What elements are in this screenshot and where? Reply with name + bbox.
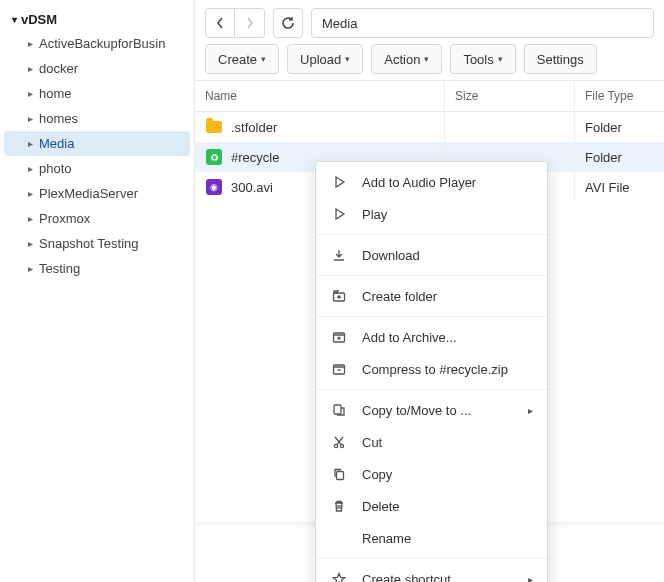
cell-name: .stfolder: [195, 112, 444, 142]
table-row[interactable]: .stfolderFolder: [195, 112, 664, 142]
blank-icon: [330, 529, 348, 547]
sidebar-item[interactable]: ▸PlexMediaServer: [4, 181, 190, 206]
sidebar-item[interactable]: ▸photo: [4, 156, 190, 181]
sidebar-item[interactable]: ▸docker: [4, 56, 190, 81]
sidebar-item[interactable]: ▸Proxmox: [4, 206, 190, 231]
menu-item[interactable]: Copy to/Move to ...▸: [316, 394, 547, 426]
sidebar-item[interactable]: ▸Media: [4, 131, 190, 156]
sidebar-item-label: Testing: [39, 261, 80, 276]
caret-down-icon: ▾: [424, 54, 429, 64]
create-button-label: Create: [218, 52, 257, 67]
menu-item[interactable]: Create folder: [316, 280, 547, 312]
sidebar-item-label: photo: [39, 161, 72, 176]
archive-icon: [330, 360, 348, 378]
expand-icon: ▸: [28, 88, 33, 99]
delete-icon: [330, 497, 348, 515]
menu-item[interactable]: Download: [316, 239, 547, 271]
col-header-size[interactable]: Size: [444, 81, 574, 111]
download-icon: [330, 246, 348, 264]
expand-icon: ▸: [28, 213, 33, 224]
sidebar: ▾ vDSM ▸ActiveBackupforBusin▸docker▸home…: [0, 0, 195, 582]
menu-item[interactable]: Add to Audio Player: [316, 166, 547, 198]
expand-icon: ▸: [28, 163, 33, 174]
svg-rect-3: [334, 405, 341, 414]
copy-move-icon: [330, 401, 348, 419]
menu-item[interactable]: Play: [316, 198, 547, 230]
menu-item-label: Cut: [362, 435, 382, 450]
nav-back-button[interactable]: [205, 8, 235, 38]
menu-item-label: Copy: [362, 467, 392, 482]
menu-item[interactable]: Delete: [316, 490, 547, 522]
menu-separator: [316, 558, 547, 559]
tools-button[interactable]: Tools ▾: [450, 44, 515, 74]
settings-button[interactable]: Settings: [524, 44, 597, 74]
star-icon: [330, 570, 348, 582]
archive-add-icon: [330, 328, 348, 346]
menu-item[interactable]: Rename: [316, 522, 547, 554]
cell-type: Folder: [574, 112, 664, 142]
menu-separator: [316, 275, 547, 276]
cell-type: AVI File: [574, 172, 664, 202]
sidebar-item-label: docker: [39, 61, 78, 76]
menu-item-label: Add to Audio Player: [362, 175, 476, 190]
action-button-label: Action: [384, 52, 420, 67]
menu-separator: [316, 389, 547, 390]
menu-item[interactable]: Create shortcut▸: [316, 563, 547, 582]
recycle-icon: ♻: [205, 148, 223, 166]
sidebar-item-label: PlexMediaServer: [39, 186, 138, 201]
expand-icon: ▸: [28, 63, 33, 74]
menu-item-label: Download: [362, 248, 420, 263]
expand-icon: ▸: [28, 238, 33, 249]
submenu-arrow-icon: ▸: [528, 405, 533, 416]
cut-icon: [330, 433, 348, 451]
sidebar-item[interactable]: ▸Testing: [4, 256, 190, 281]
cell-type: Folder: [574, 142, 664, 172]
chevron-right-icon: [245, 17, 254, 29]
file-name-label: #recycle: [231, 150, 279, 165]
sidebar-item[interactable]: ▸Snapshot Testing: [4, 231, 190, 256]
copy-icon: [330, 465, 348, 483]
caret-down-icon: ▾: [261, 54, 266, 64]
tools-button-label: Tools: [463, 52, 493, 67]
action-button[interactable]: Action ▾: [371, 44, 442, 74]
menu-item[interactable]: Add to Archive...: [316, 321, 547, 353]
nav-forward-button[interactable]: [235, 8, 265, 38]
sidebar-item[interactable]: ▸homes: [4, 106, 190, 131]
menu-separator: [316, 316, 547, 317]
sidebar-item[interactable]: ▸ActiveBackupforBusin: [4, 31, 190, 56]
upload-button-label: Upload: [300, 52, 341, 67]
create-button[interactable]: Create ▾: [205, 44, 279, 74]
path-input[interactable]: [311, 8, 654, 38]
tree-root-node[interactable]: ▾ vDSM: [4, 8, 190, 31]
sidebar-item-label: ActiveBackupforBusin: [39, 36, 165, 51]
menu-item-label: Copy to/Move to ...: [362, 403, 471, 418]
sidebar-item-label: home: [39, 86, 72, 101]
menu-item[interactable]: Copy: [316, 458, 547, 490]
expand-icon: ▸: [28, 138, 33, 149]
caret-down-icon: ▾: [498, 54, 503, 64]
sidebar-item-label: Media: [39, 136, 74, 151]
folder-icon: [205, 118, 223, 136]
caret-down-icon: ▾: [345, 54, 350, 64]
table-header-row: Name Size File Type: [195, 80, 664, 112]
submenu-arrow-icon: ▸: [528, 574, 533, 583]
chevron-left-icon: [216, 17, 225, 29]
expand-icon: ▸: [28, 188, 33, 199]
menu-item-label: Create folder: [362, 289, 437, 304]
upload-button[interactable]: Upload ▾: [287, 44, 363, 74]
expand-icon: ▸: [28, 263, 33, 274]
file-name-label: 300.avi: [231, 180, 273, 195]
refresh-button[interactable]: [273, 8, 303, 38]
sidebar-item[interactable]: ▸home: [4, 81, 190, 106]
col-header-type[interactable]: File Type: [574, 81, 664, 111]
create-folder-icon: [330, 287, 348, 305]
col-header-name[interactable]: Name: [195, 81, 444, 111]
menu-item[interactable]: Compress to #recycle.zip: [316, 353, 547, 385]
menu-item-label: Delete: [362, 499, 400, 514]
file-name-label: .stfolder: [231, 120, 277, 135]
play-outline-icon: [330, 173, 348, 191]
menu-item[interactable]: Cut: [316, 426, 547, 458]
menu-item-label: Play: [362, 207, 387, 222]
sidebar-item-label: Snapshot Testing: [39, 236, 139, 251]
context-menu: Add to Audio PlayerPlayDownloadCreate fo…: [315, 161, 548, 582]
